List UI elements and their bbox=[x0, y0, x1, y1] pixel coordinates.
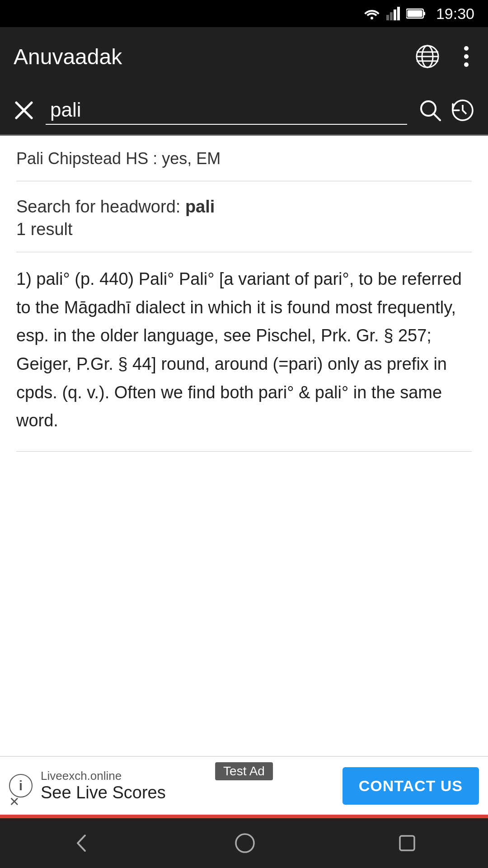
svg-rect-1 bbox=[386, 15, 389, 20]
result-header: Pali Chipstead HS : yes, EM bbox=[16, 149, 472, 181]
red-accent-line bbox=[0, 815, 488, 818]
result-count: 1 result bbox=[16, 220, 472, 239]
svg-rect-22 bbox=[400, 836, 414, 850]
svg-point-14 bbox=[464, 54, 469, 59]
svg-line-19 bbox=[433, 113, 440, 120]
ad-contact-us-button[interactable]: CONTACT US bbox=[343, 767, 479, 805]
search-bar bbox=[0, 86, 488, 136]
ad-close-button[interactable]: ✕ bbox=[9, 794, 19, 809]
svg-point-15 bbox=[464, 62, 469, 67]
history-button[interactable] bbox=[446, 94, 479, 127]
signal-icon bbox=[386, 7, 400, 20]
nav-bar bbox=[0, 818, 488, 868]
globe-icon bbox=[415, 44, 440, 69]
search-meta: Search for headword: pali 1 result bbox=[16, 194, 472, 252]
svg-point-13 bbox=[464, 46, 469, 51]
ad-banner: Test Ad i Liveexch.online See Live Score… bbox=[0, 756, 488, 815]
app-title: Anuvaadak bbox=[14, 44, 410, 69]
ad-text-group: Liveexch.online See Live Scores bbox=[41, 769, 166, 802]
svg-point-0 bbox=[371, 17, 373, 19]
svg-rect-2 bbox=[390, 12, 393, 20]
svg-rect-4 bbox=[397, 7, 400, 20]
ad-info-section: i Liveexch.online See Live Scores bbox=[9, 769, 343, 802]
nav-home-button[interactable] bbox=[216, 826, 273, 860]
nav-recents-button[interactable] bbox=[380, 827, 435, 859]
wifi-icon bbox=[364, 7, 380, 20]
ad-tagline: See Live Scores bbox=[41, 783, 166, 802]
battery-icon bbox=[406, 8, 425, 19]
globe-button[interactable] bbox=[410, 39, 445, 74]
definition-text: 1) pali° (p. 440) Pali° Pali° [a variant… bbox=[16, 265, 472, 435]
search-meta-line: Search for headword: pali bbox=[16, 194, 472, 220]
history-icon bbox=[451, 99, 474, 122]
result-header-text: Pali Chipstead HS : yes, EM bbox=[16, 149, 221, 168]
more-vertical-icon bbox=[463, 44, 470, 69]
status-bar: 19:30 bbox=[0, 0, 488, 27]
ad-domain: Liveexch.online bbox=[41, 769, 166, 783]
search-button[interactable] bbox=[414, 94, 446, 127]
content-area: Pali Chipstead HS : yes, EM Search for h… bbox=[0, 136, 488, 756]
clear-search-button[interactable] bbox=[9, 95, 39, 125]
svg-rect-3 bbox=[394, 9, 396, 20]
back-icon bbox=[71, 833, 92, 854]
status-time: 19:30 bbox=[436, 5, 474, 23]
more-menu-button[interactable] bbox=[458, 39, 474, 74]
ad-test-label: Test Ad bbox=[215, 762, 273, 780]
nav-back-button[interactable] bbox=[53, 826, 110, 860]
search-icon bbox=[418, 99, 442, 122]
svg-rect-6 bbox=[423, 12, 425, 15]
home-icon bbox=[235, 833, 255, 854]
svg-point-21 bbox=[236, 834, 254, 852]
app-bar: Anuvaadak bbox=[0, 27, 488, 86]
search-term: pali bbox=[185, 197, 215, 216]
close-icon bbox=[14, 100, 34, 121]
search-label: Search for headword: bbox=[16, 197, 185, 216]
search-input[interactable] bbox=[46, 96, 407, 125]
svg-rect-7 bbox=[407, 10, 422, 17]
ad-info-char: i bbox=[19, 778, 23, 793]
recents-icon bbox=[398, 834, 417, 853]
definition-block: 1) pali° (p. 440) Pali° Pali° [a variant… bbox=[16, 265, 472, 452]
ad-close-char: ✕ bbox=[9, 795, 19, 809]
